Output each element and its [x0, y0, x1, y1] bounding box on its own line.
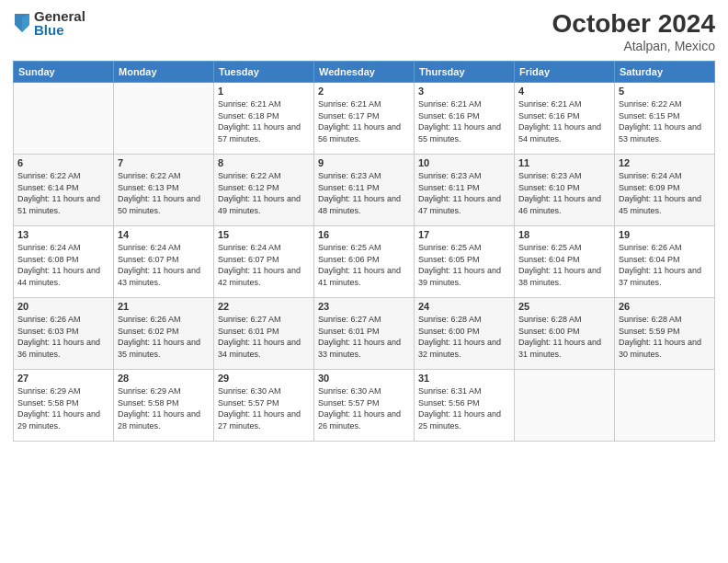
day-info: Sunrise: 6:21 AMSunset: 6:16 PMDaylight:…	[418, 98, 510, 144]
header-row: SundayMondayTuesdayWednesdayThursdayFrid…	[14, 62, 715, 83]
calendar-header: SundayMondayTuesdayWednesdayThursdayFrid…	[14, 62, 715, 83]
day-info: Sunrise: 6:26 AMSunset: 6:02 PMDaylight:…	[118, 314, 210, 360]
day-number: 1	[218, 86, 310, 97]
day-info: Sunrise: 6:23 AMSunset: 6:11 PMDaylight:…	[418, 170, 510, 216]
day-number: 12	[619, 157, 711, 168]
cell-week3-day6: 19Sunrise: 6:26 AMSunset: 6:04 PMDayligh…	[615, 226, 715, 298]
logo-general-text: General	[34, 9, 85, 23]
day-number: 15	[218, 229, 310, 240]
day-info: Sunrise: 6:22 AMSunset: 6:14 PMDaylight:…	[17, 170, 109, 216]
day-number: 25	[518, 301, 610, 312]
calendar-body: 1Sunrise: 6:21 AMSunset: 6:18 PMDaylight…	[14, 83, 715, 442]
day-info: Sunrise: 6:27 AMSunset: 6:01 PMDaylight:…	[218, 314, 310, 360]
day-info: Sunrise: 6:21 AMSunset: 6:16 PMDaylight:…	[518, 98, 610, 144]
header-sunday: Sunday	[14, 62, 114, 83]
cell-week2-day4: 10Sunrise: 6:23 AMSunset: 6:11 PMDayligh…	[415, 155, 515, 226]
cell-week1-day3: 2Sunrise: 6:21 AMSunset: 6:17 PMDaylight…	[314, 83, 415, 155]
day-number: 2	[318, 86, 410, 97]
cell-week5-day6	[615, 370, 715, 442]
day-number: 29	[218, 373, 310, 384]
day-info: Sunrise: 6:28 AMSunset: 6:00 PMDaylight:…	[518, 314, 610, 360]
cell-week3-day2: 15Sunrise: 6:24 AMSunset: 6:07 PMDayligh…	[214, 226, 314, 298]
cell-week5-day1: 28Sunrise: 6:29 AMSunset: 5:58 PMDayligh…	[114, 370, 214, 442]
week-row-3: 13Sunrise: 6:24 AMSunset: 6:08 PMDayligh…	[14, 226, 715, 298]
day-info: Sunrise: 6:25 AMSunset: 6:04 PMDaylight:…	[518, 242, 610, 288]
month-title: October 2024	[552, 9, 715, 39]
day-info: Sunrise: 6:24 AMSunset: 6:09 PMDaylight:…	[619, 170, 711, 216]
day-number: 30	[318, 373, 410, 384]
day-info: Sunrise: 6:29 AMSunset: 5:58 PMDaylight:…	[17, 385, 109, 431]
cell-week3-day4: 17Sunrise: 6:25 AMSunset: 6:05 PMDayligh…	[415, 226, 515, 298]
header-friday: Friday	[515, 62, 615, 83]
cell-week5-day5	[515, 370, 615, 442]
cell-week2-day2: 8Sunrise: 6:22 AMSunset: 6:12 PMDaylight…	[214, 155, 314, 226]
day-info: Sunrise: 6:22 AMSunset: 6:13 PMDaylight:…	[118, 170, 210, 216]
day-info: Sunrise: 6:26 AMSunset: 6:03 PMDaylight:…	[17, 314, 109, 360]
week-row-5: 27Sunrise: 6:29 AMSunset: 5:58 PMDayligh…	[14, 370, 715, 442]
cell-week4-day6: 26Sunrise: 6:28 AMSunset: 5:59 PMDayligh…	[615, 298, 715, 370]
cell-week4-day0: 20Sunrise: 6:26 AMSunset: 6:03 PMDayligh…	[14, 298, 114, 370]
cell-week2-day6: 12Sunrise: 6:24 AMSunset: 6:09 PMDayligh…	[615, 155, 715, 226]
cell-week5-day0: 27Sunrise: 6:29 AMSunset: 5:58 PMDayligh…	[14, 370, 114, 442]
day-info: Sunrise: 6:27 AMSunset: 6:01 PMDaylight:…	[318, 314, 410, 360]
cell-week5-day2: 29Sunrise: 6:30 AMSunset: 5:57 PMDayligh…	[214, 370, 314, 442]
week-row-2: 6Sunrise: 6:22 AMSunset: 6:14 PMDaylight…	[14, 155, 715, 226]
cell-week2-day5: 11Sunrise: 6:23 AMSunset: 6:10 PMDayligh…	[515, 155, 615, 226]
day-number: 11	[518, 157, 610, 168]
day-number: 9	[318, 157, 410, 168]
day-number: 24	[418, 301, 510, 312]
cell-week1-day4: 3Sunrise: 6:21 AMSunset: 6:16 PMDaylight…	[415, 83, 515, 155]
day-info: Sunrise: 6:24 AMSunset: 6:07 PMDaylight:…	[218, 242, 310, 288]
cell-week1-day5: 4Sunrise: 6:21 AMSunset: 6:16 PMDaylight…	[515, 83, 615, 155]
day-info: Sunrise: 6:30 AMSunset: 5:57 PMDaylight:…	[318, 385, 410, 431]
day-info: Sunrise: 6:29 AMSunset: 5:58 PMDaylight:…	[118, 385, 210, 431]
cell-week3-day0: 13Sunrise: 6:24 AMSunset: 6:08 PMDayligh…	[14, 226, 114, 298]
day-info: Sunrise: 6:28 AMSunset: 5:59 PMDaylight:…	[619, 314, 711, 360]
header-wednesday: Wednesday	[314, 62, 415, 83]
day-info: Sunrise: 6:21 AMSunset: 6:18 PMDaylight:…	[218, 98, 310, 144]
day-info: Sunrise: 6:30 AMSunset: 5:57 PMDaylight:…	[218, 385, 310, 431]
day-number: 22	[218, 301, 310, 312]
day-number: 19	[619, 229, 711, 240]
day-number: 17	[418, 229, 510, 240]
day-number: 20	[17, 301, 109, 312]
day-info: Sunrise: 6:28 AMSunset: 6:00 PMDaylight:…	[418, 314, 510, 360]
logo-text: General Blue	[34, 9, 85, 37]
day-info: Sunrise: 6:31 AMSunset: 5:56 PMDaylight:…	[418, 385, 510, 431]
day-info: Sunrise: 6:23 AMSunset: 6:11 PMDaylight:…	[318, 170, 410, 216]
header-tuesday: Tuesday	[214, 62, 314, 83]
cell-week1-day2: 1Sunrise: 6:21 AMSunset: 6:18 PMDaylight…	[214, 83, 314, 155]
cell-week4-day4: 24Sunrise: 6:28 AMSunset: 6:00 PMDayligh…	[415, 298, 515, 370]
day-number: 6	[17, 157, 109, 168]
day-info: Sunrise: 6:24 AMSunset: 6:07 PMDaylight:…	[118, 242, 210, 288]
day-number: 21	[118, 301, 210, 312]
title-block: October 2024 Atalpan, Mexico	[552, 9, 715, 53]
day-number: 13	[17, 229, 109, 240]
cell-week5-day3: 30Sunrise: 6:30 AMSunset: 5:57 PMDayligh…	[314, 370, 415, 442]
cell-week2-day3: 9Sunrise: 6:23 AMSunset: 6:11 PMDaylight…	[314, 155, 415, 226]
day-number: 28	[118, 373, 210, 384]
day-number: 18	[518, 229, 610, 240]
week-row-4: 20Sunrise: 6:26 AMSunset: 6:03 PMDayligh…	[14, 298, 715, 370]
cell-week3-day3: 16Sunrise: 6:25 AMSunset: 6:06 PMDayligh…	[314, 226, 415, 298]
day-number: 16	[318, 229, 410, 240]
cell-week1-day1	[114, 83, 214, 155]
logo-blue-text: Blue	[34, 23, 85, 37]
day-info: Sunrise: 6:25 AMSunset: 6:05 PMDaylight:…	[418, 242, 510, 288]
cell-week1-day0	[14, 83, 114, 155]
day-number: 3	[418, 86, 510, 97]
day-number: 27	[17, 373, 109, 384]
day-number: 5	[619, 86, 711, 97]
day-number: 26	[619, 301, 711, 312]
day-info: Sunrise: 6:24 AMSunset: 6:08 PMDaylight:…	[17, 242, 109, 288]
day-number: 31	[418, 373, 510, 384]
header-thursday: Thursday	[415, 62, 515, 83]
week-row-1: 1Sunrise: 6:21 AMSunset: 6:18 PMDaylight…	[14, 83, 715, 155]
header: General Blue October 2024 Atalpan, Mexic…	[13, 9, 715, 53]
cell-week4-day2: 22Sunrise: 6:27 AMSunset: 6:01 PMDayligh…	[214, 298, 314, 370]
cell-week5-day4: 31Sunrise: 6:31 AMSunset: 5:56 PMDayligh…	[415, 370, 515, 442]
cell-week1-day6: 5Sunrise: 6:22 AMSunset: 6:15 PMDaylight…	[615, 83, 715, 155]
page: General Blue October 2024 Atalpan, Mexic…	[0, 0, 728, 563]
day-info: Sunrise: 6:26 AMSunset: 6:04 PMDaylight:…	[619, 242, 711, 288]
header-monday: Monday	[114, 62, 214, 83]
